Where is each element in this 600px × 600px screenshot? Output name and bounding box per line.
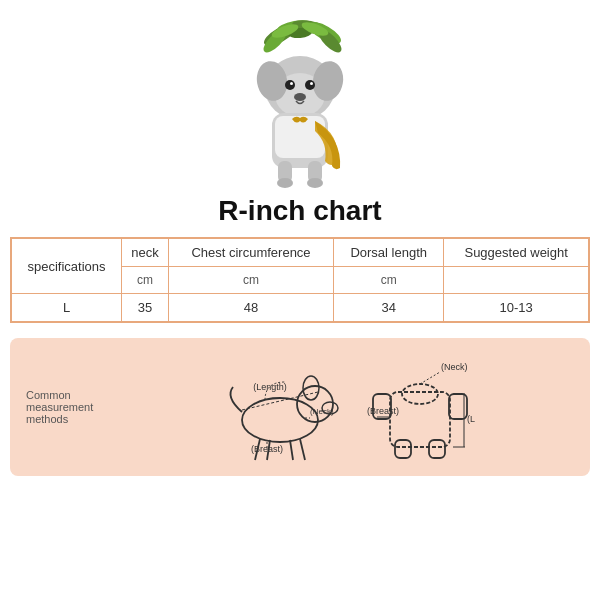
side-view-diagram: (Length) (Neck) (Breast) [215, 352, 345, 462]
svg-point-15 [290, 82, 293, 85]
svg-rect-43 [429, 440, 445, 458]
front-view-diagram: (Neck) (Length) (Breast) [365, 352, 475, 462]
svg-point-16 [310, 82, 313, 85]
svg-text:(Breast): (Breast) [251, 444, 283, 454]
table-row: L 35 48 34 10-13 [12, 294, 589, 322]
svg-point-39 [402, 384, 438, 404]
chest-header: Chest circumference [168, 239, 333, 267]
dorsal-value: 34 [334, 294, 444, 322]
chest-value: 48 [168, 294, 333, 322]
svg-text:(Neck): (Neck) [310, 407, 334, 416]
size-table: specifications neck Chest circumference … [10, 237, 590, 323]
svg-point-25 [297, 386, 333, 422]
measurement-label: Common measurement methods [26, 389, 106, 425]
svg-point-23 [307, 178, 323, 188]
table-header-row: specifications neck Chest circumference … [12, 239, 589, 267]
svg-point-14 [305, 80, 315, 90]
svg-text:(Length): (Length) [253, 382, 287, 392]
svg-line-31 [300, 439, 305, 460]
svg-point-22 [277, 178, 293, 188]
neck-header: neck [122, 239, 169, 267]
spec-value: L [12, 294, 122, 322]
dorsal-unit: cm [334, 267, 444, 294]
weight-value: 10-13 [444, 294, 589, 322]
weight-header: Suggested weight [444, 239, 589, 267]
svg-text:(Neck): (Neck) [441, 362, 468, 372]
svg-point-13 [285, 80, 295, 90]
dog-image-area [0, 0, 600, 195]
svg-rect-38 [390, 392, 450, 447]
chart-title: R-inch chart [218, 195, 381, 227]
svg-text:(Breast): (Breast) [367, 406, 399, 416]
diagrams-container: (Length) (Neck) (Breast) [116, 352, 574, 462]
svg-point-17 [294, 93, 306, 101]
svg-line-32 [242, 392, 318, 410]
svg-text:(Length): (Length) [467, 414, 475, 424]
chest-unit: cm [168, 267, 333, 294]
neck-value: 35 [122, 294, 169, 322]
spec-header: specifications [12, 239, 122, 294]
svg-line-44 [420, 372, 440, 384]
svg-line-30 [290, 440, 293, 460]
measurement-area: Common measurement methods [10, 338, 590, 476]
page-wrapper: R-inch chart specifications neck Chest c… [0, 0, 600, 600]
dorsal-header: Dorsal length [334, 239, 444, 267]
weight-unit [444, 267, 589, 294]
neck-unit: cm [122, 267, 169, 294]
svg-rect-42 [395, 440, 411, 458]
dog-illustration [220, 13, 380, 193]
